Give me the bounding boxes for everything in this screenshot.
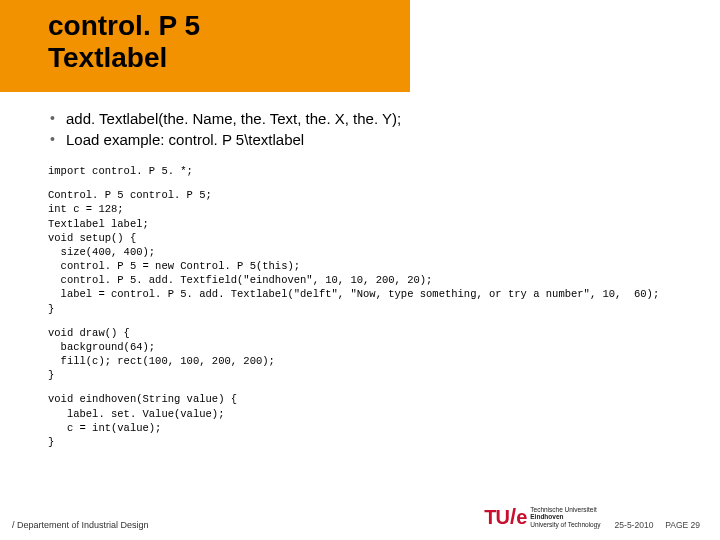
footer-meta: 25-5-2010 PAGE 29 <box>615 520 700 530</box>
footer-right: TU / e Technische Universiteit Eindhoven… <box>484 504 700 530</box>
logo-e: e <box>516 506 526 529</box>
code-setup: Control. P 5 control. P 5; int c = 128; … <box>48 188 690 316</box>
slide-title: control. P 5 Textlabel <box>48 10 200 74</box>
footer-page: PAGE 29 <box>665 520 700 530</box>
logo-line-3: University of Technology <box>530 521 600 528</box>
bullet-item: Load example: control. P 5\textlabel <box>48 131 690 148</box>
logo-mark: TU / e <box>484 504 526 530</box>
code-import: import control. P 5. *; <box>48 164 690 178</box>
logo-line-1: Technische Universiteit <box>530 506 600 513</box>
logo-line-2: Eindhoven <box>530 513 600 520</box>
tue-logo: TU / e Technische Universiteit Eindhoven… <box>484 504 600 530</box>
title-line-2: Textlabel <box>48 42 200 74</box>
footer-date: 25-5-2010 <box>615 520 654 530</box>
bullet-item: add. Textlabel(the. Name, the. Text, the… <box>48 110 690 127</box>
slide-footer: / Departement of Industrial Design TU / … <box>12 504 700 530</box>
slide-content: add. Textlabel(the. Name, the. Text, the… <box>48 110 690 459</box>
bullet-list: add. Textlabel(the. Name, the. Text, the… <box>48 110 690 148</box>
title-line-1: control. P 5 <box>48 10 200 42</box>
footer-department: / Departement of Industrial Design <box>12 520 149 530</box>
logo-slash-icon: / <box>510 504 515 530</box>
code-callback: void eindhoven(String value) { label. se… <box>48 392 690 449</box>
code-draw: void draw() { background(64); fill(c); r… <box>48 326 690 383</box>
logo-text: Technische Universiteit Eindhoven Univer… <box>530 506 600 527</box>
logo-tu: TU <box>484 506 509 529</box>
